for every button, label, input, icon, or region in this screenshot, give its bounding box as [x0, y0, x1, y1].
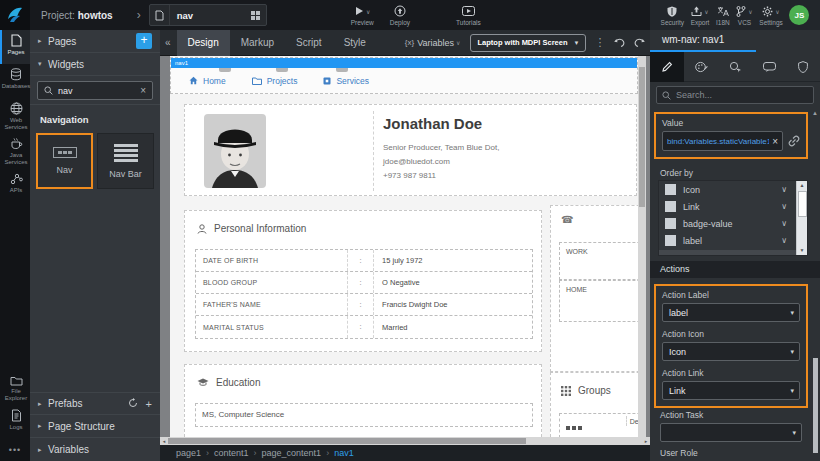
contact-row-home[interactable]: HOME: [559, 280, 638, 322]
add-prefab-icon[interactable]: +: [146, 398, 152, 410]
section-title[interactable]: Education: [216, 377, 260, 388]
scrollbar-thumb[interactable]: [639, 67, 645, 207]
personal-info-table[interactable]: DATE OF BIRTH : 15 july 1972 BLOOD GROUP…: [195, 249, 533, 339]
tab-events[interactable]: [752, 52, 786, 82]
profile-phone[interactable]: +973 987 9811: [383, 171, 436, 180]
order-by-option-label[interactable]: label ∨: [659, 232, 807, 249]
more-options-icon[interactable]: •••: [0, 439, 30, 461]
properties-search-input[interactable]: Search...: [656, 86, 814, 104]
checkbox[interactable]: [665, 184, 676, 195]
table-row[interactable]: BLOOD GROUP : O Negative: [196, 272, 532, 294]
preview-button[interactable]: ∨ Preview: [351, 0, 374, 30]
chevron-down-icon[interactable]: ∨: [781, 219, 787, 228]
scroll-left-icon[interactable]: ◂: [160, 438, 168, 444]
profile-role[interactable]: Senior Producer, Team Blue Dot,: [383, 143, 499, 152]
sidebar-item-web-services[interactable]: Web Services: [0, 98, 30, 133]
widget-selection-bar[interactable]: nav1: [171, 58, 637, 68]
chevron-down-icon[interactable]: ∨: [781, 202, 787, 211]
action-label-select[interactable]: label ▾: [662, 303, 800, 322]
scroll-down-icon[interactable]: ▼: [797, 246, 807, 255]
security-button[interactable]: Security: [661, 0, 684, 30]
chevron-down-icon[interactable]: ∨: [704, 8, 708, 15]
page-selector[interactable]: nav: [149, 4, 267, 26]
tutorials-button[interactable]: Tutorials: [456, 0, 481, 30]
sidebar-item-databases[interactable]: Databases: [0, 64, 30, 98]
deploy-button[interactable]: Deploy: [390, 0, 410, 30]
action-icon-select[interactable]: Icon ▾: [662, 342, 800, 361]
tab-style[interactable]: Style: [333, 30, 377, 56]
undo-button[interactable]: [613, 37, 625, 48]
groups-row[interactable]: Depa ▾: [559, 413, 638, 437]
sidebar-item-pages[interactable]: Pages: [0, 30, 30, 64]
i18n-button[interactable]: I18N: [716, 0, 730, 30]
tab-styles[interactable]: [684, 52, 718, 82]
chevron-down-icon[interactable]: ∨: [775, 8, 779, 15]
canvas-nav-widget[interactable]: nav1 Home Projects: [170, 57, 638, 94]
value-binding-input[interactable]: bind:Variables.staticVariable1.dataSet ×: [662, 131, 783, 151]
section-title[interactable]: Personal Information: [214, 223, 306, 234]
order-by-scrollbar[interactable]: ▲ ▼: [796, 181, 807, 255]
clear-binding-icon[interactable]: ×: [772, 136, 778, 147]
clear-search-icon[interactable]: ×: [140, 85, 146, 96]
order-by-option-icon[interactable]: Icon ∨: [659, 181, 807, 198]
prefabs-section-header[interactable]: ▸ Prefabs +: [30, 392, 160, 415]
breadcrumb-nav1[interactable]: nav1: [334, 448, 354, 458]
widgets-section-header[interactable]: ▾ Widgets: [30, 53, 160, 76]
tab-properties[interactable]: [650, 52, 684, 82]
table-row[interactable]: MARITAL STATUS : Married: [196, 316, 532, 338]
profile-photo[interactable]: [204, 114, 266, 188]
nav-link-services[interactable]: Services: [323, 76, 369, 86]
sidebar-item-java-services[interactable]: Java Services: [0, 133, 30, 168]
export-button[interactable]: ∨ Export: [691, 0, 710, 30]
nav-link-home[interactable]: Home: [189, 76, 226, 86]
education-panel[interactable]: Education MS, Computer Science: [184, 364, 542, 437]
scrollbar-thumb[interactable]: [798, 191, 807, 217]
chevron-down-icon[interactable]: ∨: [781, 185, 787, 194]
scroll-up-icon[interactable]: ▲: [797, 181, 807, 190]
widget-search-input[interactable]: nav ×: [37, 81, 153, 100]
pages-section-header[interactable]: ▸ Pages +: [30, 30, 160, 53]
personal-info-panel[interactable]: Personal Information DATE OF BIRTH : 15 …: [184, 210, 542, 352]
profile-panel-widget[interactable]: Jonathan Doe Senior Producer, Team Blue …: [184, 104, 637, 196]
nav-link-projects[interactable]: Projects: [252, 76, 298, 86]
chevron-down-icon[interactable]: ∨: [748, 8, 752, 15]
table-row[interactable]: FATHER'S NAME : Francis Dwight Doe: [196, 294, 532, 316]
breadcrumb-page-content1[interactable]: page_content1: [262, 448, 322, 458]
variables-button[interactable]: {x} Variables ∨: [405, 38, 461, 48]
profile-name[interactable]: Jonathan Doe: [383, 115, 482, 132]
page-list-grid-icon[interactable]: [251, 11, 260, 20]
order-by-option-badge-value[interactable]: badge-value ∨: [659, 215, 807, 232]
education-row[interactable]: MS, Computer Science: [195, 403, 533, 427]
tab-script[interactable]: Script: [285, 30, 333, 56]
wavemaker-logo[interactable]: [0, 0, 30, 30]
user-avatar[interactable]: JS: [789, 5, 809, 25]
page-structure-section-header[interactable]: ▸ Page Structure: [30, 415, 160, 438]
sidebar-item-logs[interactable]: Logs: [0, 405, 30, 439]
tab-security[interactable]: [786, 52, 820, 82]
refresh-icon[interactable]: [128, 398, 138, 408]
order-by-option-link[interactable]: Link ∨: [659, 198, 807, 215]
tab-design[interactable]: Design: [177, 30, 230, 56]
groups-panel[interactable]: Groups Depa ▾: [550, 372, 638, 437]
section-title[interactable]: Groups: [578, 385, 611, 396]
sidebar-item-file-explorer[interactable]: File Explorer: [0, 371, 30, 405]
vcs-button[interactable]: ∨ VCS: [736, 0, 752, 30]
widget-tile-nav[interactable]: Nav: [36, 133, 93, 189]
canvas-vertical-scrollbar[interactable]: ▲: [638, 56, 646, 437]
chevron-down-icon[interactable]: ∨: [366, 8, 370, 15]
scrollbar-thumb[interactable]: [168, 438, 526, 444]
variables-section-header[interactable]: ▸ Variables: [30, 438, 160, 461]
breadcrumb-content1[interactable]: content1: [214, 448, 249, 458]
canvas-horizontal-scrollbar[interactable]: ◂ ▸: [160, 437, 650, 445]
widget-tile-navbar[interactable]: Nav Bar: [97, 133, 154, 189]
add-page-button[interactable]: +: [136, 33, 152, 49]
action-task-select[interactable]: ▾: [660, 423, 802, 442]
checkbox[interactable]: [665, 201, 676, 212]
contact-row-work[interactable]: WORK: [559, 242, 638, 280]
chevron-down-icon[interactable]: ∨: [781, 236, 787, 245]
action-link-select[interactable]: Link ▾: [662, 381, 800, 400]
contact-panel[interactable]: ☎ WORK HOME: [550, 205, 638, 372]
tab-inspector[interactable]: [718, 52, 752, 82]
collapse-left-panel-button[interactable]: «: [165, 37, 171, 48]
scroll-up-icon[interactable]: ▲: [812, 110, 818, 116]
